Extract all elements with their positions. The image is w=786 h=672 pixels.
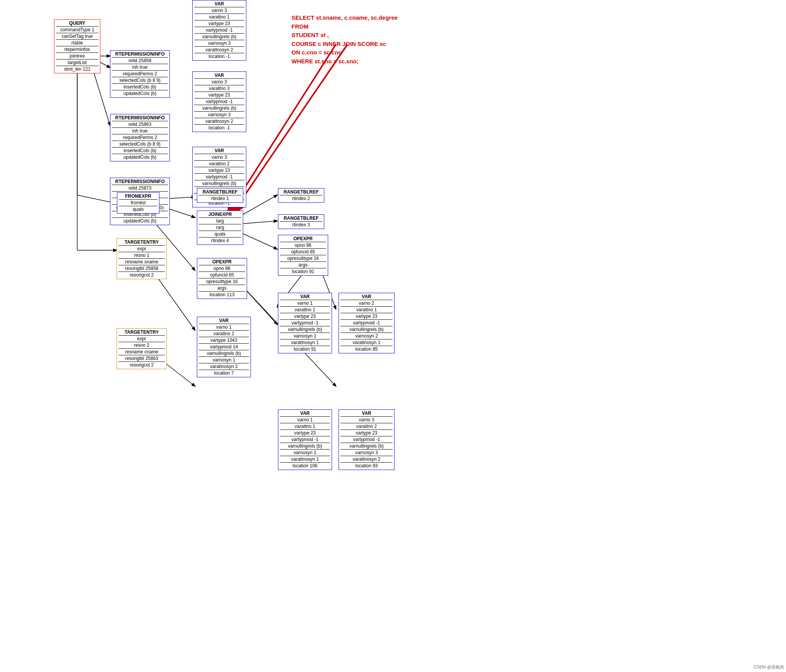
var-join-larg-box: VAR varno 1 varattno 1 vartype 23 vartyp… [278, 293, 332, 353]
opexpr-where-box: OPEXPR opno 96 opfuncid 65 opresulttype … [197, 258, 247, 299]
var-top1-box: VAR varno 3 varattno 1 vartype 23 vartyp… [192, 0, 246, 61]
rangetblref1-box: RANGETBLREF rtindex 1 [197, 188, 243, 203]
joinexpr-box: JOINEXPR larg rarg quals rtindex 4 [197, 210, 243, 245]
targetentry2-box: TARGETENTRY expr resno 2 resname cname r… [117, 328, 167, 369]
diagram-canvas: SELECT st.sname, c.cname, sc.degree FROM… [0, 0, 786, 672]
var-join-rarg-box: VAR varno 2 varattno 1 vartype 23 vartyp… [339, 293, 395, 353]
opexpr-join-box: OPEXPR opno 96 opfuncid 65 opresulttype … [278, 235, 328, 276]
sql-annotation: SELECT st.sname, c.cname, sc.degree FROM… [291, 14, 398, 66]
fromexpr-box: FROMEXPR fromlist quals [117, 192, 159, 214]
rangetblref3-box: RANGETBLREF rtindex 3 [278, 214, 324, 229]
rteperm2-box: RTEPERMISSIONINFO relid 25863 inh true r… [110, 114, 170, 161]
svg-line-9 [239, 221, 277, 224]
rangetblref2-box: RANGETBLREF rtindex 2 [278, 188, 324, 203]
rteperm1-box: RTEPERMISSIONINFO relid 25858 inh true r… [110, 50, 170, 98]
var-where-larg-box: VAR varno 1 varattno 1 vartype 23 vartyp… [278, 409, 332, 470]
var-top2-box: VAR varno 3 varattno 3 vartype 23 vartyp… [192, 71, 246, 132]
watermark: CSDN @高铭杰 [754, 664, 784, 670]
svg-line-10 [239, 232, 277, 249]
query-box: QUERY commandType 1 canSetTag true rtabl… [54, 19, 100, 73]
targetentry1-box: TARGETENTRY expr resno 1 resname sname r… [117, 238, 167, 279]
var-te1-val-box: VAR varno 1 varattno 2 vartype 1043 vart… [197, 317, 251, 377]
var-where-rarg-box: VAR varno 3 varattno 2 vartype 23 vartyp… [339, 409, 395, 470]
